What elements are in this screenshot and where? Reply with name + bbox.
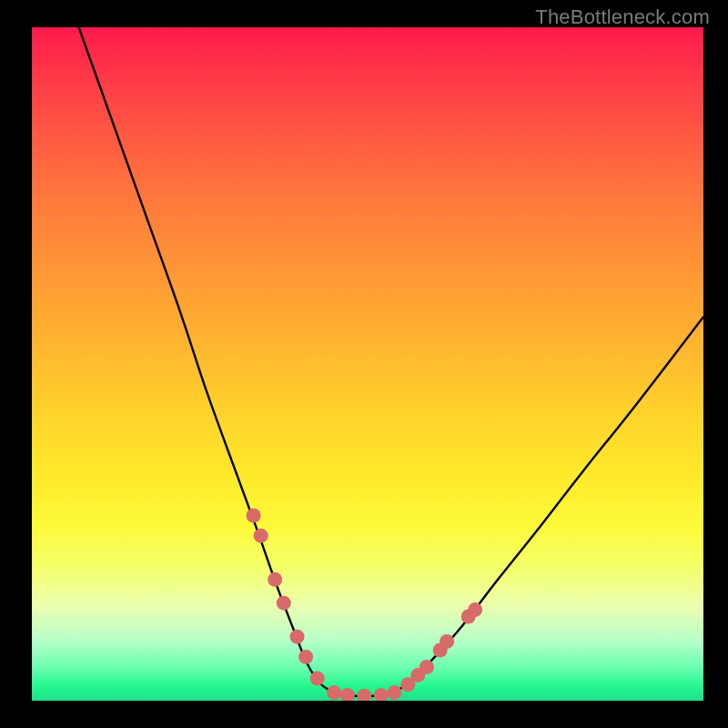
curve-marker: [440, 634, 454, 649]
curve-marker: [247, 509, 261, 523]
curve-marker: [374, 688, 389, 701]
chart-svg: [32, 27, 703, 701]
curve-marker: [420, 660, 434, 674]
watermark-text: TheBottleneck.com: [535, 5, 710, 29]
curve-marker: [268, 572, 282, 587]
curve-marker: [290, 630, 305, 644]
curve-marker: [388, 685, 402, 700]
curve-marker: [340, 688, 355, 701]
curve-marker: [298, 650, 313, 664]
curve-marker: [277, 596, 291, 611]
bottleneck-curve: [79, 27, 703, 696]
marker-group: [247, 509, 483, 702]
curve-group: [79, 27, 703, 696]
curve-marker: [468, 602, 482, 617]
curve-marker: [357, 689, 371, 701]
chart-frame: TheBottleneck.com: [0, 0, 728, 728]
curve-marker: [310, 672, 325, 686]
curve-marker: [327, 685, 341, 700]
curve-marker: [254, 529, 268, 543]
plot-area: [32, 27, 703, 701]
